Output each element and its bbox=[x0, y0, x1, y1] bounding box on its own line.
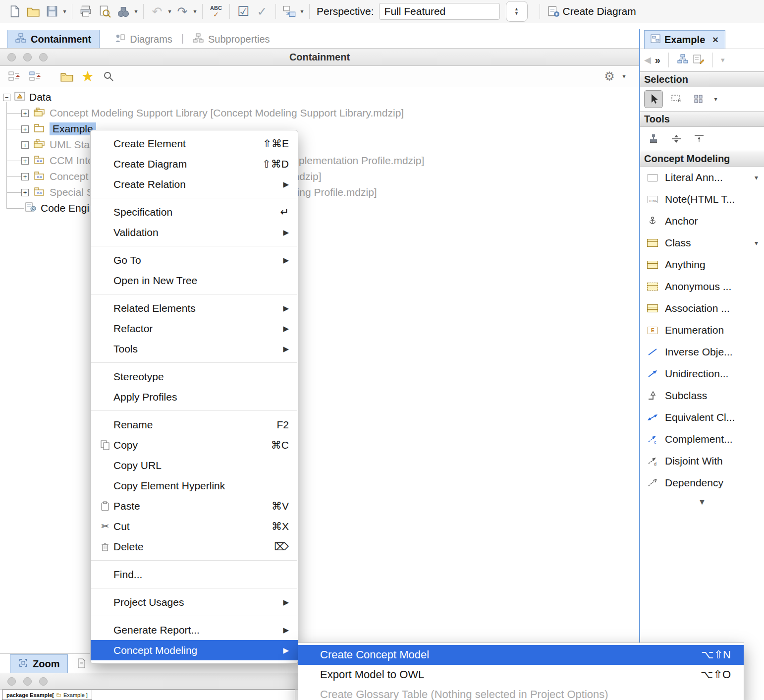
window-button[interactable] bbox=[39, 677, 48, 686]
save-icon[interactable] bbox=[44, 2, 60, 21]
palette-item-dependency[interactable]: Dependency bbox=[640, 472, 764, 494]
menu-item-refactor[interactable]: Refactor ▶ bbox=[91, 318, 298, 339]
new-project-icon[interactable] bbox=[6, 2, 23, 21]
palette-item-unidirectional-association[interactable]: Unidirection... bbox=[640, 363, 764, 385]
palette-item-equivalent-class[interactable]: Equivalent Cl... bbox=[640, 407, 764, 428]
diagram-transfer-dropdown-icon[interactable]: ▾ bbox=[299, 8, 305, 15]
tree-row-selected[interactable]: + Example bbox=[21, 121, 96, 136]
expand-toggle-icon[interactable]: + bbox=[21, 157, 29, 165]
more-actions-icon[interactable]: » bbox=[655, 55, 660, 66]
section-header-selection[interactable]: Selection bbox=[640, 71, 764, 87]
selection-dropdown-icon[interactable]: ▾ bbox=[712, 96, 719, 103]
menu-item-find[interactable]: Find... bbox=[91, 564, 298, 584]
chevron-down-icon[interactable]: ▾ bbox=[755, 239, 761, 247]
menu-item-delete[interactable]: Delete ⌦ bbox=[91, 536, 298, 557]
palette-item-subclass[interactable]: Subclass bbox=[640, 385, 764, 407]
window-button[interactable] bbox=[7, 53, 16, 61]
menu-item-related-elements[interactable]: Related Elements ▶ bbox=[91, 298, 298, 318]
expand-toggle-icon[interactable]: + bbox=[21, 189, 29, 196]
palette-item-note-html[interactable]: Note(HTML T... bbox=[640, 188, 764, 210]
tab-zoom[interactable]: Zoom bbox=[10, 654, 68, 673]
print-preview-icon[interactable] bbox=[96, 2, 113, 21]
palette-item-anchor[interactable]: Anchor bbox=[640, 210, 764, 232]
open-folder-icon[interactable] bbox=[58, 67, 75, 86]
submenu-item-create-concept-model[interactable]: Create Concept Model ⌥⇧N bbox=[298, 645, 744, 665]
redo-dropdown-icon[interactable]: ▾ bbox=[192, 8, 198, 15]
diagram-transfer-icon[interactable] bbox=[281, 2, 298, 21]
panel-overflow-icon[interactable]: ▾ bbox=[721, 56, 725, 64]
expand-toggle-icon[interactable]: + bbox=[21, 125, 29, 133]
perspective-select[interactable]: Full Featured bbox=[379, 3, 500, 20]
palette-item-literal-annotation[interactable]: Literal Ann... ▾ bbox=[640, 167, 764, 188]
window-button[interactable] bbox=[39, 53, 48, 61]
menu-item-validation[interactable]: Validation ▶ bbox=[91, 222, 298, 242]
collapse-toggle-icon[interactable]: − bbox=[3, 94, 10, 101]
align-top-icon[interactable] bbox=[690, 130, 709, 148]
chevron-down-icon[interactable]: ▾ bbox=[755, 174, 761, 181]
palette-item-disjoint-with[interactable]: d Disjoint With bbox=[640, 450, 764, 472]
window-button[interactable] bbox=[7, 677, 16, 686]
multi-select-tool-icon[interactable] bbox=[690, 90, 709, 108]
menu-item-copy-url[interactable]: Copy URL bbox=[91, 455, 298, 475]
marquee-select-tool-icon[interactable] bbox=[667, 90, 686, 108]
palette-item-anything[interactable]: Anything bbox=[640, 254, 764, 276]
section-header-concept-modeling[interactable]: Concept Modeling bbox=[640, 151, 764, 167]
tab-diagrams[interactable]: Diagrams bbox=[107, 30, 180, 48]
menu-item-specification[interactable]: Specification ↵ bbox=[91, 202, 298, 222]
palette-item-inverse-object-property[interactable]: Inverse Obje... bbox=[640, 341, 764, 363]
search-icon[interactable] bbox=[100, 67, 117, 86]
tab-example-diagram[interactable]: Example ✕ bbox=[644, 30, 725, 49]
menu-item-tools[interactable]: Tools ▶ bbox=[91, 339, 298, 359]
options-dropdown-icon[interactable]: ▾ bbox=[621, 73, 627, 80]
expand-toggle-icon[interactable]: + bbox=[21, 110, 29, 117]
validation-checklist-icon[interactable]: ☑ bbox=[235, 2, 252, 21]
palette-item-association-class[interactable]: Association ... bbox=[640, 297, 764, 319]
menu-item-create-relation[interactable]: Create Relation ▶ bbox=[91, 174, 298, 194]
menu-item-rename[interactable]: Rename F2 bbox=[91, 414, 298, 435]
menu-item-apply-profiles[interactable]: Apply Profiles bbox=[91, 387, 298, 407]
menu-item-open-in-new-tree[interactable]: Open in New Tree bbox=[91, 270, 298, 291]
collapse-all-icon[interactable] bbox=[6, 67, 23, 86]
menu-item-create-element[interactable]: Create Element ⇧⌘E bbox=[91, 133, 298, 154]
options-gear-icon[interactable]: ⚙ bbox=[601, 67, 618, 86]
find-dropdown-icon[interactable]: ▾ bbox=[133, 8, 139, 15]
menu-item-generate-report[interactable]: Generate Report... ▶ bbox=[91, 620, 298, 640]
print-icon[interactable] bbox=[77, 2, 94, 21]
window-button[interactable] bbox=[23, 53, 32, 61]
tree-row[interactable]: − Data bbox=[3, 90, 51, 105]
create-diagram-icon[interactable] bbox=[545, 2, 562, 21]
tree-row[interactable]: + Concept Modeling Support Library [Conc… bbox=[21, 106, 404, 120]
favorites-star-icon[interactable]: ★ bbox=[79, 67, 96, 86]
menu-item-go-to[interactable]: Go To ▶ bbox=[91, 250, 298, 270]
palette-item-complement-of[interactable]: c Complement... bbox=[640, 428, 764, 450]
menu-item-stereotype[interactable]: Stereotype bbox=[91, 366, 298, 387]
find-icon[interactable] bbox=[115, 2, 132, 21]
distribute-middle-icon[interactable] bbox=[667, 130, 686, 148]
expand-toggle-icon[interactable]: + bbox=[21, 141, 29, 149]
documentation-tab-icon[interactable] bbox=[73, 654, 90, 673]
expand-toggle-icon[interactable]: + bbox=[21, 173, 29, 180]
perspective-stepper-button[interactable]: ▲ ▼ bbox=[506, 1, 528, 22]
menu-item-paste[interactable]: Paste ⌘V bbox=[91, 496, 298, 516]
customize-diagram-icon[interactable] bbox=[693, 54, 705, 66]
menu-item-project-usages[interactable]: Project Usages ▶ bbox=[91, 592, 298, 612]
menu-item-copy-element-hyperlink[interactable]: Copy Element Hyperlink bbox=[91, 475, 298, 496]
create-diagram-button[interactable]: Create Diagram bbox=[563, 5, 636, 17]
containment-structure-icon[interactable] bbox=[677, 54, 689, 66]
spelling-icon[interactable]: ABC ✓ bbox=[208, 2, 224, 21]
menu-item-cut[interactable]: ✂ Cut ⌘X bbox=[91, 516, 298, 536]
menu-item-copy[interactable]: Copy ⌘C bbox=[91, 435, 298, 455]
submenu-item-export-model-to-owl[interactable]: Export Model to OWL ⌥⇧O bbox=[298, 665, 744, 685]
pointer-tool-icon[interactable] bbox=[644, 90, 663, 108]
tab-subproperties[interactable]: Subproperties bbox=[185, 30, 278, 48]
menu-item-concept-modeling[interactable]: Concept Modeling ▶ bbox=[91, 640, 298, 660]
zoom-diagram-preview[interactable]: package Example[ Example ] bbox=[2, 690, 295, 700]
menu-item-create-diagram[interactable]: Create Diagram ⇧⌘D bbox=[91, 154, 298, 174]
save-dropdown-icon[interactable]: ▾ bbox=[61, 8, 68, 15]
undo-dropdown-icon[interactable]: ▾ bbox=[166, 8, 173, 15]
palette-item-anonymous-class[interactable]: Anonymous ... bbox=[640, 276, 764, 297]
stamp-tool-icon[interactable] bbox=[644, 130, 663, 148]
tab-containment[interactable]: Containment bbox=[7, 30, 100, 48]
undo-icon[interactable]: ↶ bbox=[149, 2, 165, 21]
palette-item-class[interactable]: Class ▾ bbox=[640, 232, 764, 254]
